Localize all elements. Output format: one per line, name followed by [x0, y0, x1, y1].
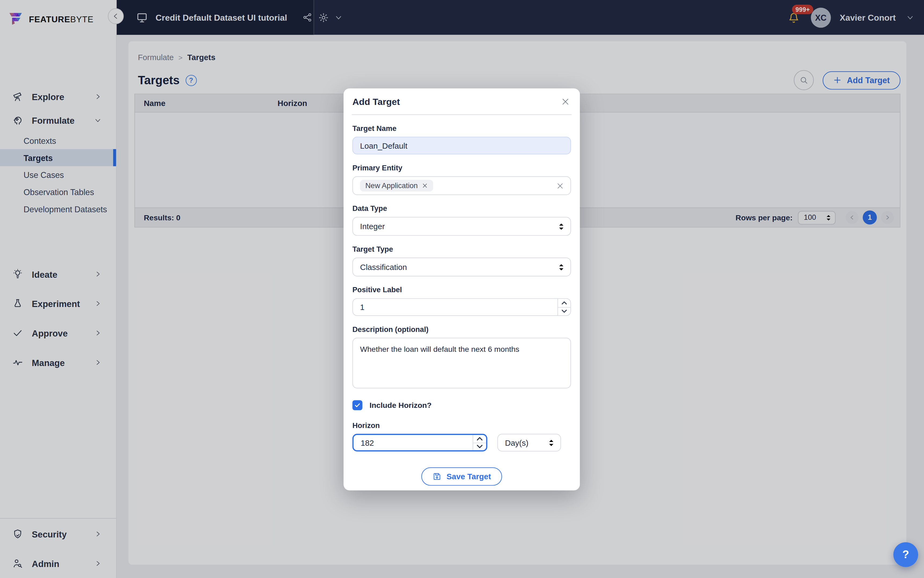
save-target-button[interactable]: Save Target: [421, 468, 502, 486]
select-chevrons-icon: [559, 263, 564, 271]
positive-label-label: Positive Label: [352, 286, 571, 294]
positive-label-section: Positive Label: [352, 286, 571, 316]
spinner-down-icon[interactable]: [558, 307, 571, 315]
horizon-field: [352, 434, 487, 451]
help-fab-button[interactable]: ?: [893, 542, 918, 567]
add-target-modal: Add Target Target Name Primary Entity Ne…: [344, 88, 580, 490]
target-type-value: Classification: [360, 263, 407, 271]
horizon-section: Horizon Day(s): [352, 421, 571, 451]
entity-chip-label: New Application: [365, 182, 418, 190]
positive-label-field: [352, 298, 571, 316]
save-target-label: Save Target: [446, 472, 491, 481]
primary-entity-field[interactable]: New Application: [352, 176, 571, 195]
primary-entity-label: Primary Entity: [352, 164, 571, 172]
modal-footer: Save Target: [352, 468, 571, 486]
number-spinner: [473, 435, 486, 450]
primary-entity-section: Primary Entity New Application: [352, 164, 571, 195]
modal-divider: [352, 114, 571, 115]
target-type-label: Target Type: [352, 245, 571, 253]
description-label: Description (optional): [352, 325, 571, 334]
app-root: FEATUREBYTE Explore Formulate Contexts T…: [0, 0, 924, 578]
close-icon[interactable]: [560, 96, 571, 107]
data-type-value: Integer: [360, 222, 385, 231]
field-clear-icon[interactable]: [556, 182, 564, 190]
save-floppy-icon: [433, 472, 441, 481]
target-name-input[interactable]: [352, 137, 571, 154]
modal-header: Add Target: [352, 88, 571, 107]
target-name-section: Target Name: [352, 124, 571, 154]
include-horizon-checkbox[interactable]: [352, 400, 362, 410]
spinner-down-icon[interactable]: [473, 443, 486, 450]
include-horizon-label: Include Horizon?: [370, 401, 432, 410]
number-spinner: [558, 299, 571, 315]
horizon-unit-select[interactable]: Day(s): [498, 434, 561, 451]
modal-title: Add Target: [352, 96, 400, 107]
select-chevrons-icon: [549, 439, 554, 446]
data-type-section: Data Type Integer: [352, 205, 571, 235]
entity-chip: New Application: [360, 180, 433, 192]
include-horizon-row: Include Horizon?: [352, 400, 571, 410]
horizon-unit-value: Day(s): [505, 438, 528, 447]
target-type-section: Target Type Classification: [352, 245, 571, 276]
description-textarea[interactable]: Whether the loan will default the next 6…: [352, 338, 571, 388]
target-type-select[interactable]: Classification: [352, 258, 571, 276]
select-chevrons-icon: [559, 222, 564, 230]
spinner-up-icon[interactable]: [558, 299, 571, 307]
positive-label-input[interactable]: [353, 299, 519, 315]
spinner-up-icon[interactable]: [473, 435, 486, 443]
horizon-input[interactable]: [353, 435, 460, 450]
horizon-row: Day(s): [352, 434, 571, 451]
horizon-label: Horizon: [352, 421, 571, 430]
chip-remove-icon[interactable]: [422, 183, 428, 188]
target-name-label: Target Name: [352, 124, 571, 133]
data-type-label: Data Type: [352, 205, 571, 213]
data-type-select[interactable]: Integer: [352, 217, 571, 235]
description-section: Description (optional) Whether the loan …: [352, 325, 571, 391]
